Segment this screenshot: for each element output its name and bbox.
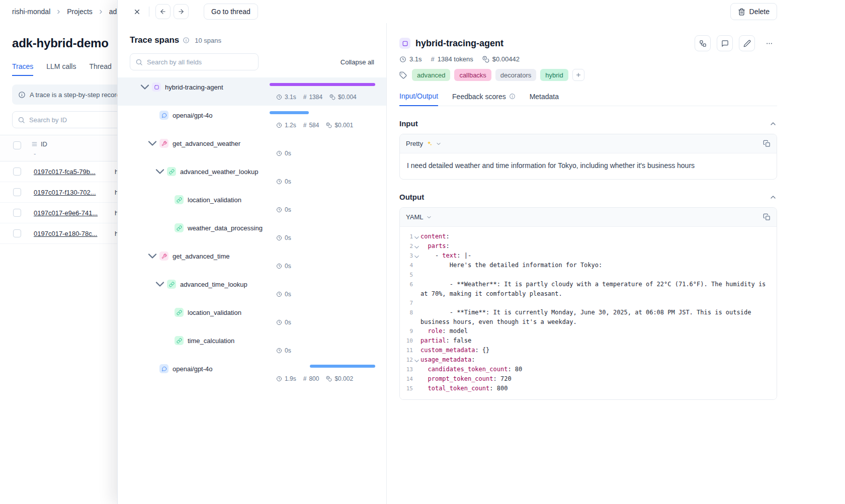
select-all-checkbox[interactable]	[13, 141, 21, 149]
breadcrumb: rishi-mondal Projects adk-	[12, 8, 123, 16]
info-icon	[509, 93, 516, 100]
expand-chevron-icon[interactable]	[145, 249, 159, 263]
code-line: 13 candidates_token_count: 80	[401, 365, 772, 374]
line-number: 4	[401, 261, 413, 270]
comments-button[interactable]	[717, 35, 733, 51]
tab-label: Feedback scores	[452, 93, 506, 101]
tag-pill[interactable]: hybrid	[540, 69, 568, 81]
clock-icon	[276, 122, 282, 128]
row-checkbox[interactable]	[13, 167, 21, 176]
span-row[interactable]: time_calculation 0s	[118, 331, 386, 359]
go-to-thread-button[interactable]: Go to thread	[204, 4, 258, 20]
add-tag-button[interactable]	[572, 69, 584, 81]
agent-graph-button[interactable]	[695, 35, 711, 51]
tags-row: advancedcallbacksdecoratorshybrid	[399, 69, 777, 81]
sparkles-icon	[426, 140, 433, 147]
collapse-output-icon[interactable]	[769, 193, 777, 201]
span-row[interactable]: get_advanced_time 0s	[118, 246, 386, 275]
span-row[interactable]: get_advanced_weather 0s	[118, 134, 386, 162]
span-row[interactable]: advanced_weather_lookup 0s	[118, 162, 386, 190]
breadcrumb-item-workspace[interactable]: rishi-mondal	[12, 8, 50, 16]
fold-chevron-icon[interactable]	[413, 251, 420, 261]
span-tree: hybrid-tracing-agent 3.1s #1384 $0.004 o…	[118, 77, 386, 387]
span-row[interactable]: openai/gpt-4o 1.2s #584 $0.001	[118, 106, 386, 134]
trash-icon	[738, 8, 745, 16]
row-checkbox[interactable]	[13, 229, 21, 237]
tag-pill[interactable]: decorators	[495, 69, 536, 81]
line-number: 5	[401, 270, 413, 280]
row-checkbox[interactable]	[13, 209, 21, 217]
code-line: 6 - **Weather**: It is partly cloudy wit…	[401, 280, 772, 298]
copy-input-button[interactable]	[763, 140, 771, 147]
code-content: total_token_count: 800	[420, 384, 772, 393]
tag-pill[interactable]: callbacks	[454, 69, 491, 81]
prev-trace-button[interactable]	[155, 4, 171, 19]
span-cost: $0.002	[334, 375, 353, 382]
tab-input-output[interactable]: Input/Output	[399, 92, 438, 106]
span-duration: 1.2s	[285, 122, 296, 129]
tag-pill[interactable]: advanced	[412, 69, 450, 81]
span-duration: 0s	[285, 319, 291, 326]
trace-id-link[interactable]: 0197c017-e180-78c...	[34, 230, 97, 237]
expand-chevron-icon[interactable]	[153, 277, 167, 291]
agent-graph-icon	[699, 40, 707, 47]
tool-icon	[159, 251, 168, 261]
span-row[interactable]: advanced_time_lookup 0s	[118, 275, 386, 303]
tab-llm-calls[interactable]: LLM calls	[46, 62, 76, 76]
breadcrumb-item-projects[interactable]: Projects	[67, 8, 93, 16]
input-format-select[interactable]: Pretty	[406, 140, 442, 147]
next-trace-button[interactable]	[174, 4, 189, 19]
span-row[interactable]: weather_data_processing 0s	[118, 218, 386, 246]
span-row[interactable]: openai/gpt-4o 1.9s #800 $0.002	[118, 359, 386, 387]
tool-icon	[159, 139, 168, 148]
output-format-select[interactable]: YAML	[406, 213, 432, 221]
tab-feedback-scores[interactable]: Feedback scores	[452, 92, 516, 106]
expand-chevron-icon[interactable]	[153, 164, 167, 179]
aggregation-cell: -	[34, 150, 36, 157]
line-number: 14	[401, 374, 413, 384]
tab-metadata[interactable]: Metadata	[530, 92, 559, 106]
trace-spans-panel: Trace spans 10 spans Collapse all hybrid…	[118, 23, 387, 504]
chain-icon	[175, 195, 184, 204]
fold-chevron-icon[interactable]	[413, 355, 420, 365]
span-stats: 0s	[276, 347, 291, 354]
code-content	[420, 298, 772, 308]
id-column-header[interactable]: ID	[31, 140, 47, 148]
spans-search[interactable]	[130, 53, 259, 70]
fold-chevron-icon[interactable]	[413, 241, 420, 251]
tab-traces[interactable]: Traces	[12, 62, 33, 76]
collapse-input-icon[interactable]	[769, 120, 777, 128]
tab-threads[interactable]: Thread	[89, 62, 111, 76]
trace-id-link[interactable]: 0197c017-f130-702...	[34, 189, 96, 196]
expand-chevron-icon[interactable]	[138, 80, 152, 94]
span-duration-bar	[270, 83, 375, 86]
trace-id-link[interactable]: 0197c017-fca5-79b...	[34, 168, 96, 176]
spans-search-input[interactable]	[147, 58, 253, 66]
span-name: location_validation	[188, 309, 241, 316]
detail-tabs: Input/Output Feedback scores Metadata	[399, 92, 777, 106]
code-content: role: model	[420, 326, 772, 336]
expand-chevron-icon[interactable]	[145, 136, 159, 150]
clock-icon	[276, 94, 282, 100]
more-button[interactable]	[761, 35, 777, 51]
fold-chevron-icon[interactable]	[413, 232, 420, 241]
span-row[interactable]: hybrid-tracing-agent 3.1s #1384 $0.004	[118, 77, 386, 106]
span-name: weather_data_processing	[188, 224, 263, 232]
close-button[interactable]	[129, 4, 145, 20]
copy-icon	[763, 213, 771, 221]
copy-output-button[interactable]	[763, 213, 771, 221]
span-row[interactable]: location_validation 0s	[118, 303, 386, 331]
row-checkbox[interactable]	[13, 188, 21, 196]
span-row[interactable]: location_validation 0s	[118, 190, 386, 218]
collapse-all-button[interactable]: Collapse all	[341, 58, 374, 66]
edit-icon	[743, 40, 751, 47]
coins-icon	[326, 376, 332, 382]
edit-button[interactable]	[739, 35, 755, 51]
delete-button[interactable]: Delete	[730, 3, 777, 20]
span-duration: 0s	[285, 347, 291, 354]
span-duration: 0s	[285, 178, 291, 185]
chevron-down-icon	[426, 214, 432, 220]
info-icon	[18, 91, 26, 99]
trace-id-link[interactable]: 0197c017-e9e6-741...	[34, 209, 98, 217]
hash-icon: #	[303, 122, 307, 129]
